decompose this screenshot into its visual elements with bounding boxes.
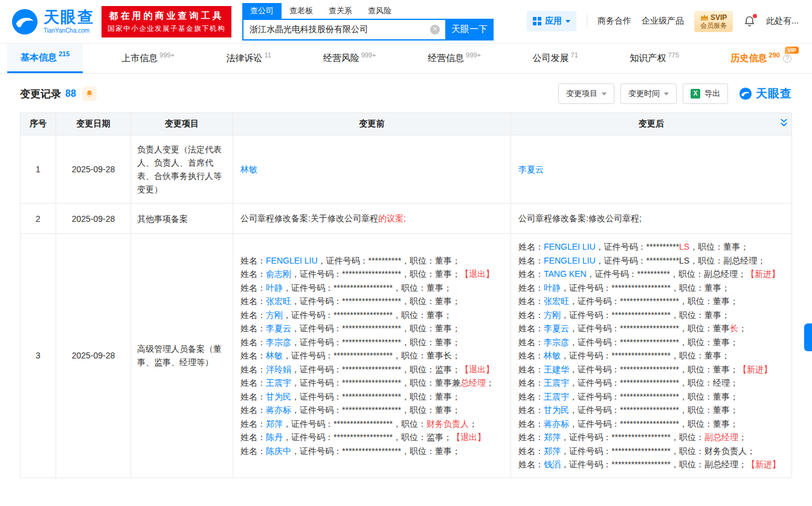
clear-search-icon[interactable]: × [430,25,440,34]
person-link[interactable]: 林敏 [266,351,283,360]
text-segment: 公司章程修改备案:修改公司章程; [518,213,642,223]
person-link[interactable]: 王震宇 [544,378,569,388]
notification-bell-button[interactable] [743,15,756,28]
person-link[interactable]: 陈丹 [266,432,283,442]
person-link[interactable]: 陈庆中 [266,446,291,456]
section-count: 88 [65,88,76,99]
person-link[interactable]: FENGLEI LIU [544,256,596,265]
search-tab-3[interactable]: 查风险 [360,3,399,19]
enterprise-product-link[interactable]: 企业级产品 [642,16,684,27]
nav-tab-5[interactable]: 公司发展71 [520,44,591,73]
nav-tab-count: 999+ [160,51,175,59]
business-cooperation-link[interactable]: 商务合作 [598,16,631,27]
text-segment: ，职位：董事； [689,242,749,251]
search-tab-2[interactable]: 查关系 [321,3,360,19]
nav-tab-7[interactable]: 历史信息290VIP? [718,44,805,73]
person-link[interactable]: 郑萍 [544,432,561,442]
person-link[interactable]: 蒋亦标 [544,419,569,429]
person-link[interactable]: 王建华 [544,365,569,374]
text-segment: 姓名： [240,296,266,306]
search-area: 查公司查老板查关系查风险 × 天眼一下 [242,3,494,41]
nav-tab-4[interactable]: 经营信息999+ [414,44,494,73]
text-segment: 姓名： [518,310,544,320]
text-segment: 姓名： [518,256,544,265]
nav-tab-2[interactable]: 法律诉讼11 [213,44,285,73]
change-line: 姓名：林敏，证件号码：******************，职位：董事长； [240,349,503,363]
person-link[interactable]: 泮玲娟 [266,365,291,374]
text-segment: 姓名： [518,323,544,333]
person-link[interactable]: 林敏 [240,164,257,174]
nav-tab-label: 上市信息 [121,53,158,64]
person-link[interactable]: 蒋亦标 [266,405,291,415]
search-input[interactable] [242,19,445,41]
tianyancha-logo-icon [739,87,752,100]
nav-tab-label: 知识产权 [630,53,666,64]
person-link[interactable]: 叶静 [544,283,561,293]
person-link[interactable]: 郑萍 [544,446,561,456]
search-button[interactable]: 天眼一下 [445,19,494,41]
person-link[interactable]: 王震宇 [266,378,291,388]
export-button[interactable]: X 导出 [683,83,728,104]
col-header-4: 变更后 [511,113,792,135]
nav-tab-1[interactable]: 上市信息999+ [108,44,188,73]
header-more-text: 此处有... [766,16,799,27]
cell-change-item: 负责人变更（法定代表人、负责人、首席代表、合伙事务执行人等变更） [131,135,233,204]
filter-change-time-button[interactable]: 变更时间 [620,83,677,104]
person-link[interactable]: 郑萍 [266,419,283,429]
subscribe-bell-button[interactable] [82,86,97,101]
search-tab-0[interactable]: 查公司 [242,3,282,19]
excel-icon: X [691,89,700,99]
text-segment: ，证件号码：******************，职位：董事兼 [291,378,460,388]
person-link[interactable]: 甘为民 [266,392,291,401]
person-link[interactable]: 钱滔 [544,459,561,469]
person-link[interactable]: FENGLEI LIU [544,242,596,251]
person-link[interactable]: 叶静 [266,283,283,293]
text-segment: ，证件号码：******************，职位： [283,419,427,429]
tianyancha-logo[interactable]: 天眼查 TianYanCha.com [11,8,94,36]
person-link[interactable]: 方刚 [266,310,283,320]
person-link[interactable]: 甘为民 [544,405,569,415]
person-link[interactable]: 李宗彦 [544,337,569,347]
nav-tab-3[interactable]: 经营风险999+ [310,44,390,73]
promo-banner: 都在用的商业查询工具 国家中小企业发展子基金旗下机构 [102,6,231,37]
text-segment: 姓名： [518,269,544,279]
side-feedback-tab[interactable] [804,323,812,351]
person-link[interactable]: 方刚 [544,310,561,320]
info-icon[interactable]: ? [783,54,791,63]
apps-button[interactable]: 应用 [527,11,576,31]
person-link[interactable]: 李夏云 [518,164,544,174]
search-tab-1[interactable]: 查老板 [282,3,321,19]
change-line: 姓名：郑萍，证件号码：******************，职位：财务负责人； [240,417,503,431]
text-segment: ，证件号码：******************，职位：董事； [569,419,738,429]
cell-change-date: 2025-09-28 [56,204,131,234]
nav-tab-0[interactable]: 基本信息215 [7,44,83,73]
text-segment: ，证件号码：******************，职位：董事； [561,351,730,360]
change-line: 姓名：泮玲娟，证件号码：******************，职位：监事；【退出… [240,363,503,377]
nav-tab-count: 11 [265,51,271,59]
change-line: 姓名：李夏云，证件号码：******************，职位：董事长； [518,322,784,336]
person-link[interactable]: 李夏云 [266,323,291,333]
text-segment: ，证件号码：********** [596,242,679,251]
company-detail-nav: 基本信息215上市信息999+法律诉讼11经营风险999+经营信息999+公司发… [0,44,812,74]
person-link[interactable]: 李夏云 [544,323,569,333]
text-segment: 公司章程修改备案:关于修改公司章程 [240,213,378,223]
text-segment: 姓名： [240,323,266,333]
collapse-all-icon[interactable] [779,118,788,128]
text-segment: 【新进】 [738,365,772,374]
change-line: 姓名：叶静，证件号码：******************，职位：董事； [240,281,503,295]
person-link[interactable]: TANG KEN [544,269,587,279]
promo-line1: 都在用的商业查询工具 [108,10,225,22]
person-link[interactable]: FENGLEI LIU [266,256,318,265]
text-segment: ，证件号码：******************，职位：董事； [569,405,738,415]
svip-member-button[interactable]: SVIP 会员服务 [694,11,733,33]
person-link[interactable]: 张宏旺 [544,296,569,306]
filter-change-project-button[interactable]: 变更项目 [558,83,614,104]
person-link[interactable]: 林敏 [544,351,561,360]
person-link[interactable]: 李宗彦 [266,337,291,347]
cell-change-before: 林敏 [233,135,511,204]
nav-tab-6[interactable]: 知识产权775 [617,44,692,73]
person-link[interactable]: 王震宇 [544,392,569,401]
person-link[interactable]: 俞志刚 [266,269,291,279]
person-link[interactable]: 张宏旺 [266,296,291,306]
text-segment: ，证件号码：**********，职位：董事； [318,256,460,265]
